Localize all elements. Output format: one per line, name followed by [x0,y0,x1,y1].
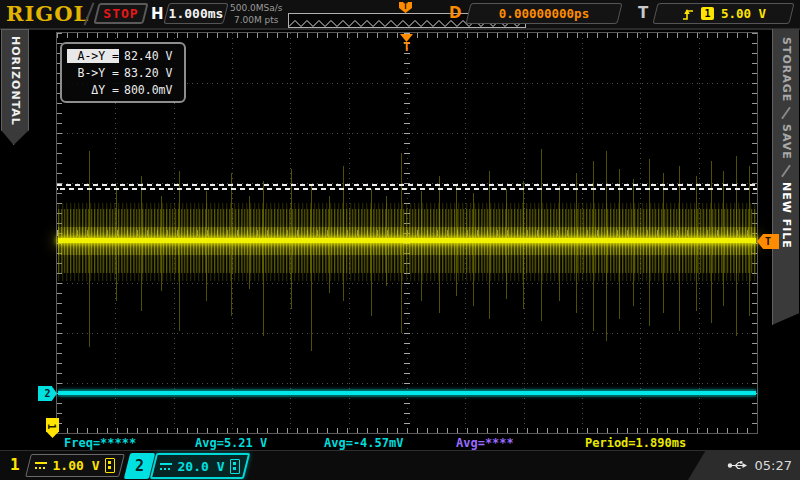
trigger-level-marker[interactable]: T [757,234,779,249]
sample-rate-value: 500.0MSa/s [230,2,282,14]
menu-item-storage[interactable]: STORAGE [780,37,793,102]
ch2-scale-value: 20.0 V [178,459,225,474]
horizontal-menu-label: HORIZONTAL [9,36,22,126]
menu-separator [781,107,791,120]
ch1-trace [58,238,756,243]
measurement-avg-math[interactable]: Avg=**** [456,436,514,450]
memory-trigger-marker[interactable]: T [399,2,412,13]
cursor-delta-label: ΔY = [67,83,119,97]
rigol-logo: RIGOL [6,1,89,26]
cursor-row-b: B->Y = 83.20 V [67,64,179,81]
menu-item-new-file[interactable]: NEW FILE [780,182,793,249]
sample-rate-readout: 500.0MSa/s 7.00M pts [230,2,282,26]
timebase-value: 1.000ms [166,3,226,24]
cursor-b-line[interactable] [57,188,757,190]
delay-label: D [449,4,461,22]
cursor-row-delta: ΔY = 800.0mV [67,81,179,98]
menu-item-save[interactable]: SAVE [780,124,793,160]
ch1-dc-coupling-icon [35,461,47,470]
timebase-readout[interactable]: 1.000ms [166,3,226,24]
top-status-bar: RIGOL STOP H 1.000ms 500.0MSa/s 7.00M pt… [0,0,800,30]
measurement-row: Freq=***** Avg=5.21 V Avg=-4.57mV Avg=**… [0,436,800,449]
clock: 05:27 [755,458,792,473]
system-status-area: 05:27 [688,450,800,480]
delay-value: 0.00000000ps [468,3,620,24]
ch1-scale-value: 1.00 V [53,458,100,473]
delay-readout[interactable]: 0.00000000ps [468,3,620,24]
measurement-avg-2[interactable]: Avg=-4.57mV [324,436,403,450]
cursor-a-value: 82.40 V [124,49,172,63]
horizontal-menu-tab[interactable]: HORIZONTAL [1,29,29,145]
ch2-number: 2 [127,453,152,479]
measurement-avg-ch2[interactable]: Avg=5.21 V [195,436,267,450]
ch1-probe-icon [105,458,115,473]
ch2-trace [58,391,756,395]
ch1-status-box[interactable]: 1.00 V [28,454,122,477]
channel-status-bar: 1 1.00 V 2 20.0 V [0,450,800,480]
ch1-zero-label: 1 [46,423,57,429]
menu-separator [781,165,791,178]
memory-depth-value: 7.00M pts [230,14,282,26]
trigger-label: T [638,4,648,22]
run-state-text: STOP [96,3,146,24]
trigger-source-badge: 1 [701,7,714,20]
horizontal-label: H [151,5,164,23]
cursor-row-a: A->Y = 82.40 V [67,47,179,64]
oscilloscope-screen: RIGOL STOP H 1.000ms 500.0MSa/s 7.00M pt… [0,0,800,480]
storage-menu-tab[interactable]: STORAGE SAVE NEW FILE [772,29,799,325]
trigger-position-label: T [399,40,414,54]
cursor-a-label: A->Y = [67,49,119,63]
measurement-freq[interactable]: Freq=***** [64,436,136,450]
measurement-period[interactable]: Period=1.890ms [585,436,686,450]
ch1-number[interactable]: 1 [10,455,20,474]
usb-icon [727,459,749,472]
trigger-readout[interactable]: 1 5.00 V [655,3,792,24]
cursor-b-label: B->Y = [67,66,119,80]
cursor-a-line[interactable] [57,184,757,186]
ch2-status-box[interactable]: 20.0 V [153,453,247,479]
run-stop-status[interactable]: STOP [96,3,146,24]
cursor-delta-value: 800.0mV [124,83,172,97]
cursor-b-value: 83.20 V [124,66,172,80]
ch2-number-badge[interactable]: 2 [127,453,152,479]
ch1-zero-marker[interactable]: 1 [46,418,59,438]
ch2-zero-marker[interactable]: 2 [38,386,57,401]
ch2-probe-icon [230,459,240,474]
trigger-level-value: 5.00 V [721,6,766,21]
ch2-dc-coupling-icon [160,462,172,471]
rising-edge-icon [681,7,694,21]
trigger-position-marker[interactable]: T [399,34,414,58]
cursor-measurement-panel: A->Y = 82.40 V B->Y = 83.20 V ΔY = 800.0… [60,42,186,103]
